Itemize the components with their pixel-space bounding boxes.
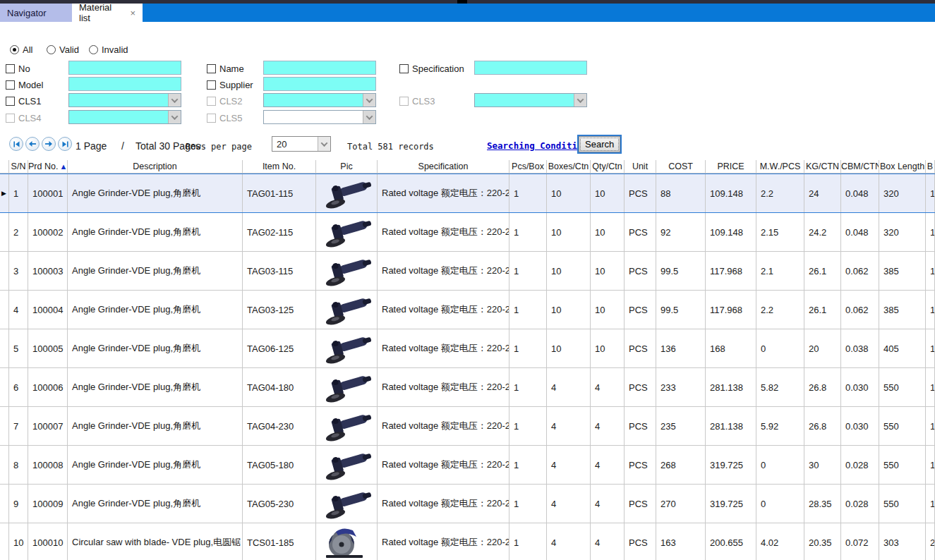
column-header-box-length[interactable]: Box Length	[879, 160, 926, 174]
row-selector-cell[interactable]	[0, 329, 9, 367]
tab-navigator[interactable]: Navigator	[0, 4, 72, 22]
column-header-qty-ctn[interactable]: Qty/Ctn	[591, 160, 625, 174]
filter-no[interactable]: No	[6, 61, 30, 75]
filter-cls2[interactable]: CLS2	[207, 94, 243, 108]
cls4-combo[interactable]	[68, 110, 181, 124]
searching-condition-link[interactable]: Searching Condition	[487, 140, 588, 151]
cls1-dropdown-button[interactable]	[168, 94, 181, 106]
radio-valid-icon[interactable]	[47, 45, 56, 54]
column-header-description[interactable]: Description	[68, 160, 243, 174]
filter-cls4[interactable]: CLS4	[6, 111, 42, 125]
radio-valid[interactable]: Valid	[47, 44, 79, 55]
row-selector-cell[interactable]: ▶	[0, 174, 9, 212]
table-row[interactable]: 7100007Angle Grinder-VDE plug,角磨机TAG04-2…	[0, 407, 935, 446]
column-header-pcs-box[interactable]: Pcs/Box	[509, 160, 547, 174]
filter-cls1[interactable]: CLS1	[6, 94, 42, 108]
column-header-cost[interactable]: COST	[656, 160, 706, 174]
cls3-combo[interactable]	[474, 93, 587, 107]
row-selector-cell[interactable]	[0, 485, 9, 523]
column-header-cbm-ctn[interactable]: CBM/CTN	[841, 160, 879, 174]
radio-all[interactable]: All	[10, 44, 32, 55]
previous-page-button[interactable]	[25, 137, 40, 151]
first-page-button[interactable]	[9, 137, 23, 151]
cls3-dropdown-button[interactable]	[574, 94, 586, 106]
tab-material-list[interactable]: Material list ×	[72, 4, 143, 22]
table-row[interactable]: 2100002Angle Grinder-VDE plug,角磨机TAG02-1…	[0, 213, 935, 252]
search-button[interactable]: Search	[579, 136, 620, 152]
chevron-down-icon	[171, 96, 179, 103]
cell-specification: Rated voltage 额定电压：220-240	[378, 252, 509, 290]
cls1-combo[interactable]	[68, 93, 181, 107]
product-pic-cell	[316, 485, 378, 523]
cell-price: 109.148	[706, 213, 756, 251]
checkbox-cls2[interactable]	[207, 97, 216, 106]
rows-per-page-select[interactable]: 20	[272, 136, 331, 152]
row-selector-cell[interactable]	[0, 213, 9, 251]
cls5-dropdown-button[interactable]	[363, 111, 375, 123]
checkbox-cls4[interactable]	[6, 114, 15, 123]
table-row[interactable]: 6100006Angle Grinder-VDE plug,角磨机TAG04-1…	[0, 368, 935, 407]
name-input[interactable]	[263, 61, 376, 75]
radio-all-icon[interactable]	[10, 45, 19, 54]
row-selector-cell[interactable]	[0, 252, 9, 290]
angle-grinder-image	[319, 487, 374, 520]
table-row[interactable]: 10100010Circular saw with blade- VDE plu…	[0, 523, 935, 560]
cls5-combo[interactable]	[263, 110, 376, 124]
column-header-specification[interactable]: Specification	[378, 160, 509, 174]
table-row[interactable]: 3100003Angle Grinder-VDE plug,角磨机TAG03-1…	[0, 252, 935, 291]
next-page-button[interactable]	[42, 137, 56, 151]
specification-input[interactable]	[474, 61, 587, 75]
filter-cls3[interactable]: CLS3	[399, 94, 435, 108]
table-row[interactable]: 5100005Angle Grinder-VDE plug,角磨机TAG06-1…	[0, 329, 935, 368]
checkbox-specification[interactable]	[399, 64, 409, 73]
table-row[interactable]: 9100009Angle Grinder-VDE plug,角磨机TAG05-2…	[0, 485, 935, 523]
cls4-dropdown-button[interactable]	[168, 111, 181, 123]
radio-invalid[interactable]: Invalid	[89, 44, 128, 55]
supplier-input[interactable]	[263, 77, 376, 91]
checkbox-no[interactable]	[6, 64, 15, 73]
column-header-price[interactable]: PRICE	[706, 160, 756, 174]
filter-specification[interactable]: Specification	[399, 61, 464, 75]
cls2-combo[interactable]	[263, 93, 376, 107]
row-selector-cell[interactable]	[0, 291, 9, 329]
column-header-s-n[interactable]: S/N	[9, 160, 28, 174]
cell-cost: 88	[656, 174, 706, 212]
column-header-prd-no-[interactable]: Prd No.▲	[28, 160, 68, 174]
table-row[interactable]: 4100004Angle Grinder-VDE plug,角磨机TAG03-1…	[0, 291, 935, 329]
checkbox-cls1[interactable]	[6, 97, 15, 106]
row-selector-cell[interactable]	[0, 407, 9, 445]
radio-invalid-icon[interactable]	[89, 45, 98, 54]
column-header-unit[interactable]: Unit	[625, 160, 656, 174]
model-input[interactable]	[68, 77, 181, 91]
column-header-item-no-[interactable]: Item No.	[243, 160, 316, 174]
cell-kg-ctn: 26.8	[804, 368, 841, 406]
cell-description: Angle Grinder-VDE plug,角磨机	[68, 329, 243, 367]
filter-name[interactable]: Name	[207, 61, 244, 75]
row-selector-cell[interactable]	[0, 368, 9, 406]
rows-per-page-dropdown-button[interactable]	[318, 137, 330, 151]
column-header-kg-ctn[interactable]: KG/CTN	[804, 160, 841, 174]
cls2-dropdown-button[interactable]	[363, 94, 375, 106]
column-header-m-w-pcs[interactable]: M.W./PCS	[756, 160, 804, 174]
filter-model[interactable]: Model	[6, 78, 43, 92]
column-header-b[interactable]: B	[926, 160, 935, 174]
column-header-pic[interactable]: Pic	[316, 160, 378, 174]
table-row[interactable]: 8100008Angle Grinder-VDE plug,角磨机TAG05-1…	[0, 446, 935, 485]
row-selector-cell[interactable]	[0, 446, 9, 484]
close-tab-icon[interactable]: ×	[130, 8, 135, 18]
checkbox-name[interactable]	[207, 64, 216, 73]
checkbox-model[interactable]	[6, 80, 15, 90]
filter-supplier[interactable]: Supplier	[207, 78, 253, 92]
cell-qty-ctn: 4	[591, 523, 625, 560]
row-selector-cell[interactable]	[0, 523, 9, 560]
table-row[interactable]: ▶1100001Angle Grinder-VDE plug,角磨机TAG01-…	[0, 174, 935, 213]
filter-cls5[interactable]: CLS5	[207, 111, 243, 125]
no-input[interactable]	[68, 61, 181, 75]
column-header-boxes-ctn[interactable]: Boxes/Ctn	[547, 160, 591, 174]
checkbox-supplier[interactable]	[207, 80, 216, 90]
cell-b: 1	[926, 485, 935, 523]
cell-item-no-: TAG03-125	[243, 291, 316, 329]
checkbox-cls5[interactable]	[207, 114, 216, 123]
last-page-button[interactable]	[58, 137, 72, 151]
checkbox-cls3[interactable]	[399, 97, 409, 106]
